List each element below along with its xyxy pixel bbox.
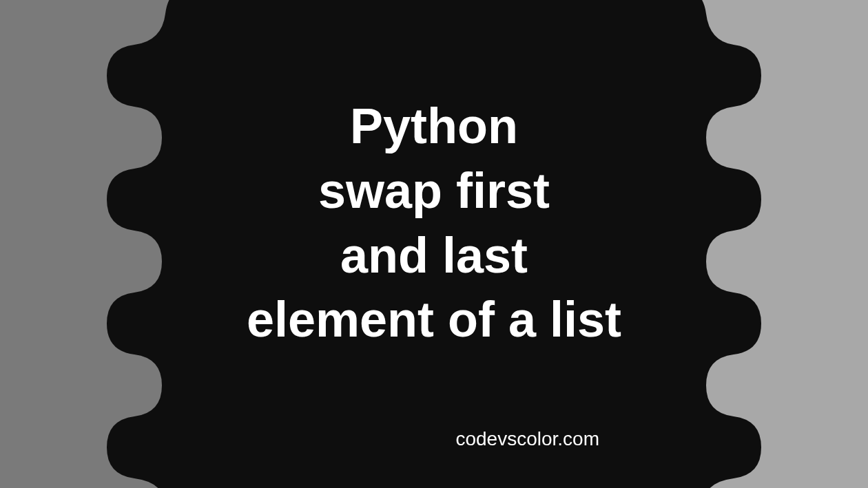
title-line-2: swap first <box>247 159 621 224</box>
watermark-text: codevscolor.com <box>455 428 599 450</box>
main-title: Python swap first and last element of a … <box>247 94 621 352</box>
title-line-3: and last <box>247 224 621 288</box>
title-line-4: element of a list <box>247 288 621 352</box>
blob-container: Python swap first and last element of a … <box>0 0 868 488</box>
title-line-1: Python <box>247 94 621 159</box>
blob-shape: Python swap first and last element of a … <box>69 0 799 488</box>
content-area: Python swap first and last element of a … <box>69 0 799 488</box>
